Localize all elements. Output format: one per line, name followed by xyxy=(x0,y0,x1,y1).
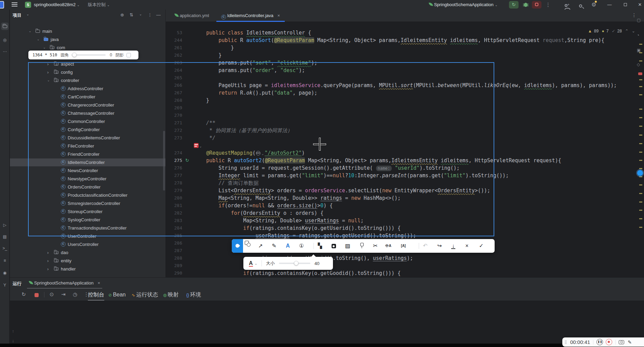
search-icon[interactable] xyxy=(579,3,582,9)
menu-tool-icon[interactable]: ≡ xyxy=(1,257,9,264)
tree-arrow-icon[interactable]: › xyxy=(47,68,49,76)
main-menu-icon[interactable] xyxy=(12,2,17,7)
rerun-icon[interactable]: ↻ xyxy=(22,291,26,297)
confirm-icon[interactable]: ✓ xyxy=(477,239,486,253)
right-strip-icon[interactable]: ▢ xyxy=(637,18,641,23)
font-color-button[interactable]: A xyxy=(249,260,253,267)
tree-item-entity[interactable]: ›entity xyxy=(10,257,165,265)
tab-application-yml[interactable]: application.yml xyxy=(175,10,209,22)
settings-gear-icon[interactable]: ⚙ xyxy=(591,1,596,8)
console-mini-icon[interactable]: ↑ xyxy=(12,329,14,334)
inspections-widget[interactable]: ▲89 ●7 ✓28 ⌃ ⌄ xyxy=(588,29,637,35)
editor-area[interactable]: application.yml C IdleitemsController.ja… xyxy=(166,10,644,277)
download-icon[interactable]: ↓ xyxy=(449,239,458,253)
mosaic-icon[interactable]: ▨ xyxy=(343,239,352,253)
maximize-button[interactable] xyxy=(619,0,631,10)
console-tab-控制台[interactable]: 控制台 xyxy=(88,289,104,301)
run-tab-close-icon[interactable]: × xyxy=(97,280,100,286)
invert-icon[interactable]: ▚ xyxy=(316,239,324,253)
arrow-icon[interactable]: ↗ xyxy=(256,239,265,253)
pen-icon[interactable]: ✎ xyxy=(270,239,279,253)
recursive-call-gutter-icon[interactable]: ↻ xyxy=(185,157,189,164)
console-output[interactable]: ↑↓↺≡ xyxy=(10,301,644,345)
url-chevron-icon[interactable]: ⌄ xyxy=(262,152,264,155)
console-tab-运行状态[interactable]: ∿ 运行状态 xyxy=(132,289,158,301)
vcs-button[interactable]: 版本控制 ⌄ xyxy=(88,0,110,10)
stop-button[interactable] xyxy=(532,1,541,9)
tree-item-SmsregistercodeController[interactable]: CSmsregistercodeController xyxy=(10,199,165,207)
tab-close-icon[interactable]: × xyxy=(277,13,280,18)
annotate-pencil-icon[interactable]: ✎ xyxy=(628,339,632,345)
tree-item-CommonController[interactable]: CCommonController xyxy=(10,117,165,125)
camera-icon[interactable]: ⊙ xyxy=(50,291,54,297)
close-window-button[interactable]: ✕ xyxy=(634,0,644,10)
tree-item-NewsController[interactable]: CNewsController xyxy=(10,167,165,175)
export-icon[interactable]: ⇥ xyxy=(61,291,66,297)
tree-item-TransactiondisputesController[interactable]: CTransactiondisputesController xyxy=(10,224,165,232)
undo-icon[interactable]: ↶ xyxy=(421,239,430,253)
red-inlay-badge-icon[interactable] xyxy=(194,143,199,148)
shapes-icon[interactable] xyxy=(242,239,251,253)
spotlight-icon[interactable] xyxy=(329,239,338,253)
tree-item-UsersController[interactable]: CUsersController xyxy=(10,240,165,248)
close-icon[interactable]: × xyxy=(462,239,471,253)
tree-item-controller[interactable]: ⌄controller xyxy=(10,77,165,84)
tree-item-DiscussidleitemsController[interactable]: CDiscussidleitemsController xyxy=(10,134,165,142)
tab-idleitemscontroller-java[interactable]: C IdleitemsController.java × xyxy=(221,10,280,22)
capture-floating-ball[interactable] xyxy=(637,170,643,176)
tree-item-CartController[interactable]: CCartController xyxy=(10,93,165,101)
tree-item-FileController[interactable]: CFileController xyxy=(10,142,165,150)
share-icon[interactable]: ↪ xyxy=(435,239,444,253)
run-config-selector[interactable]: SpringbootSchemaApplication ⌄ xyxy=(429,0,498,10)
project-name-button[interactable]: springboot8eo828m2 ⌄ xyxy=(34,0,80,10)
tree-item-aspect[interactable]: ›aspect xyxy=(10,60,165,68)
tree-item-NewstypeController[interactable]: CNewstypeController xyxy=(10,175,165,183)
project-tool-icon[interactable] xyxy=(1,23,9,30)
tree-item-dao[interactable]: ›dao xyxy=(10,249,165,256)
tree-item-config[interactable]: ›config xyxy=(10,68,165,76)
console-tab-Bean[interactable]: ⊘ Bean xyxy=(108,289,126,301)
project-scrollbar[interactable] xyxy=(163,131,165,191)
shadow-checkbox[interactable] xyxy=(126,53,131,57)
font-chevron-icon[interactable]: ⌄ xyxy=(255,262,257,265)
run-tool-icon[interactable]: ▷ xyxy=(1,221,9,229)
tree-arrow-icon[interactable]: › xyxy=(47,265,49,273)
tree-item-ChatmessageController[interactable]: CChatmessageController xyxy=(10,109,165,117)
collapse-all-icon[interactable]: ⌄ xyxy=(139,12,142,16)
right-strip-icon[interactable]: ▣ xyxy=(637,48,641,53)
edit-config-icon[interactable]: ◷ xyxy=(73,291,77,297)
ocr-icon[interactable]: [A] xyxy=(399,239,408,253)
project-title-chevron-icon[interactable]: ⌄ xyxy=(26,12,29,16)
stop-icon[interactable] xyxy=(35,292,39,298)
stop-recording-button[interactable] xyxy=(606,339,612,345)
minimize-button[interactable]: — xyxy=(604,0,615,10)
run-tab[interactable]: SpringbootSchemaApplication × xyxy=(29,278,100,289)
debug-button[interactable] xyxy=(521,1,531,9)
font-size-slider[interactable] xyxy=(279,263,310,264)
console-mini-icon[interactable]: ↓ xyxy=(12,338,14,343)
pause-recording-button[interactable]: ❚❚ xyxy=(596,339,603,345)
tree-item-StoreupController[interactable]: CStoreupController xyxy=(10,208,165,216)
tree-item-OrdersController[interactable]: COrdersController xyxy=(10,183,165,191)
pin-icon[interactable] xyxy=(357,239,366,253)
structure-tool-icon[interactable]: ▤ xyxy=(1,233,9,240)
screenshot-camera-icon[interactable] xyxy=(619,340,624,344)
tree-item-java[interactable]: ⌄java xyxy=(10,36,165,43)
inlay-chevron-icon[interactable]: ⌄ xyxy=(200,144,201,148)
radius-slider[interactable] xyxy=(71,54,106,56)
tree-item-UserController[interactable]: CUserController xyxy=(10,232,165,240)
url-globe-icon[interactable] xyxy=(256,151,260,155)
tree-item-ConfigController[interactable]: CConfigController xyxy=(10,126,165,134)
tree-item-ChargerecordController[interactable]: CChargerecordController xyxy=(10,101,165,109)
tree-item-SyslogController[interactable]: CSyslogController xyxy=(10,216,165,224)
tree-item-handler[interactable]: ›handler xyxy=(10,265,165,273)
translate-icon[interactable]: 中A xyxy=(384,239,393,253)
text-icon[interactable]: A xyxy=(283,239,292,253)
add-user-icon[interactable]: + xyxy=(565,3,569,9)
right-strip-icon[interactable]: ◇ xyxy=(637,62,640,67)
tree-item-main[interactable]: ⌄main xyxy=(10,27,165,35)
record-tool-icon[interactable]: ◉ xyxy=(1,269,9,277)
number-icon[interactable]: ① xyxy=(297,239,306,253)
hide-panel-icon[interactable]: — xyxy=(156,12,161,17)
console-tab-映射[interactable]: ◍ 映射 xyxy=(163,289,179,301)
